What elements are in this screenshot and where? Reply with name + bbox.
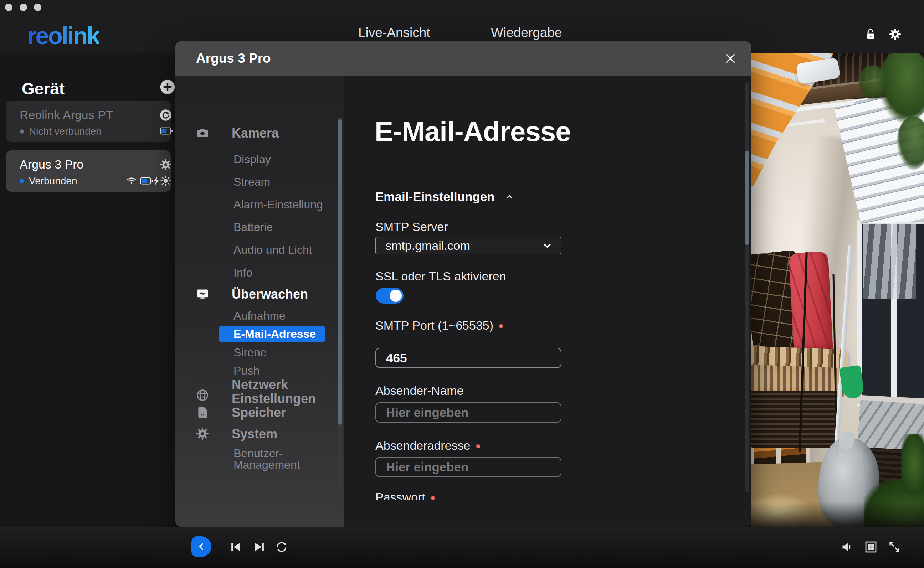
nav-section-speicher[interactable]: Speicher <box>232 405 286 419</box>
battery-icon <box>160 127 173 135</box>
volume-icon <box>841 540 854 554</box>
grid-view-icon <box>864 540 878 554</box>
accordion-label: Email-Einstellungen <box>375 190 495 203</box>
sidebar-title: Gerät <box>22 79 65 98</box>
skip-to-start-button[interactable] <box>229 540 242 554</box>
settings-content: E-Mail-Adresse Email-Einstellungen SMTP … <box>344 76 752 527</box>
required-dot-icon <box>476 444 480 448</box>
sender-name-input[interactable] <box>375 402 561 423</box>
device-settings-gear-icon[interactable] <box>159 158 172 171</box>
nav-item-display[interactable]: Display <box>233 154 271 165</box>
reolink-app-window: reolink Live-Ansicht Wiedergabe Gerät Re… <box>0 0 924 568</box>
smtp-server-select[interactable]: smtp.gmail.com <box>375 237 561 254</box>
nav-item-audio-und-licht[interactable]: Audio und Licht <box>233 244 312 255</box>
window-minimize-button[interactable] <box>20 3 27 11</box>
skip-to-end-icon <box>253 540 266 554</box>
sender-name-label: Absender-Name <box>375 384 464 397</box>
password-label: Passwort <box>375 491 435 500</box>
content-scrollbar-thumb[interactable] <box>745 151 749 245</box>
page-title: E-Mail-Adresse <box>375 118 571 145</box>
scene-red-cushion <box>788 251 833 357</box>
nav-item-e-mail-adresse-active[interactable]: E-Mail-Adresse <box>219 326 325 342</box>
required-dot-icon <box>499 324 503 328</box>
device-card-argus-3-pro[interactable]: Argus 3 Pro Verbunden <box>6 150 171 192</box>
nav-item-info[interactable]: Info <box>233 267 253 278</box>
sender-address-input[interactable] <box>375 457 561 477</box>
device-sidebar: Gerät Reolink Argus PT Nicht verbunden A… <box>0 53 175 527</box>
nav-section-kamera[interactable]: Kamera <box>232 126 279 140</box>
email-settings-accordion[interactable]: Email-Einstellungen <box>375 190 515 203</box>
repeat-icon <box>275 540 288 554</box>
device-name: Reolink Argus PT <box>20 109 113 121</box>
nav-item-alarm-einstellung[interactable]: Alarm-Einstellung <box>233 199 323 210</box>
nav-item-batterie[interactable]: Batterie <box>233 221 273 233</box>
lock-open-icon[interactable] <box>864 27 878 41</box>
ssl-toggle[interactable] <box>376 288 404 304</box>
chevron-up-icon <box>504 191 515 202</box>
nav-section-netzwerk-einstellungen[interactable]: Netzwerk Einstellungen <box>232 378 344 405</box>
wifi-icon <box>126 175 137 186</box>
settings-content-scroll-area: E-Mail-Adresse Email-Einstellungen SMTP … <box>344 76 752 500</box>
playback-bar <box>0 527 924 568</box>
settings-nav: Kamera Display Stream Alarm-Einstellung … <box>175 76 344 527</box>
camera-icon <box>195 126 210 140</box>
repeat-button[interactable] <box>275 540 288 554</box>
close-icon[interactable] <box>724 52 737 65</box>
monitor-icon <box>195 287 210 301</box>
device-settings-modal: Argus 3 Pro Kamera Display Stream Alarm-… <box>175 41 752 527</box>
window-close-button[interactable] <box>5 3 12 11</box>
scene-curtain <box>863 225 916 299</box>
smtp-port-input[interactable] <box>375 348 561 368</box>
camera-preview[interactable] <box>752 53 924 527</box>
scene-foliage <box>858 66 888 100</box>
smtp-server-label: SMTP Server <box>375 221 448 233</box>
status-dot-icon <box>20 179 24 183</box>
chevron-down-icon <box>541 240 553 251</box>
required-dot-icon <box>431 496 435 500</box>
sun-icon <box>160 175 171 187</box>
window-zoom-button[interactable] <box>34 3 41 11</box>
skip-to-end-button[interactable] <box>253 540 266 554</box>
chevron-left-icon <box>197 542 206 551</box>
scene-plant <box>901 434 924 495</box>
globe-icon <box>195 388 210 402</box>
volume-button[interactable] <box>841 540 854 554</box>
tab-playback[interactable]: Wiedergabe <box>491 26 562 40</box>
tab-live-view[interactable]: Live-Ansicht <box>358 26 430 40</box>
reolink-logo: reolink <box>27 24 99 48</box>
toggle-knob <box>390 290 402 302</box>
nav-item-aufnahme[interactable]: Aufnahme <box>233 310 286 322</box>
nav-item-benutzer-management[interactable]: Benutzer-Management <box>233 447 344 470</box>
nav-section-system[interactable]: System <box>232 427 277 441</box>
nav-item-stream[interactable]: Stream <box>233 176 270 187</box>
add-device-button[interactable] <box>160 79 175 95</box>
scene-bottom-shadow <box>752 502 924 527</box>
settings-gear-icon[interactable] <box>888 27 902 41</box>
modal-title: Argus 3 Pro <box>196 52 271 65</box>
nav-item-sirene[interactable]: Sirene <box>233 347 267 358</box>
smtp-port-label: SMTP Port (1~65535) <box>375 319 503 331</box>
fullscreen-icon <box>888 540 901 554</box>
sd-card-icon <box>195 405 210 419</box>
ssl-label: SSL oder TLS aktivieren <box>375 270 506 282</box>
content-scrollbar-track <box>745 83 749 492</box>
collapse-sidebar-button[interactable] <box>191 536 212 557</box>
grid-view-button[interactable] <box>864 540 878 554</box>
nav-section-ueberwachen[interactable]: Überwachen <box>232 287 308 301</box>
nav-scrollbar-thumb[interactable] <box>338 119 342 425</box>
device-card-reolink-argus-pt[interactable]: Reolink Argus PT Nicht verbunden <box>6 101 171 142</box>
nav-item-push[interactable]: Push <box>233 365 260 376</box>
skip-to-start-icon <box>229 540 242 554</box>
scene-wicker-table <box>752 391 837 448</box>
device-status: Verbunden <box>20 176 77 186</box>
reconnect-icon[interactable] <box>159 109 172 121</box>
device-status: Nicht verbunden <box>20 127 101 136</box>
gear-icon <box>195 426 210 441</box>
smtp-server-value: smtp.gmail.com <box>386 239 541 252</box>
modal-header: Argus 3 Pro <box>175 41 752 76</box>
fullscreen-button[interactable] <box>888 540 901 554</box>
device-name: Argus 3 Pro <box>20 158 84 170</box>
status-dot-icon <box>20 129 24 134</box>
sender-address-label: Absenderadresse <box>375 440 480 452</box>
